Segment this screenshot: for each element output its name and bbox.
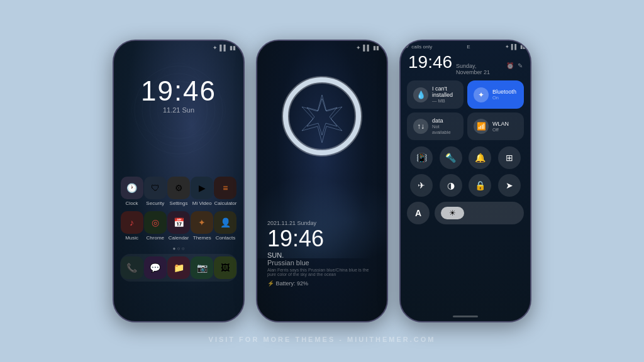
phone2-description: Alan Ferris says this Prussian blue/Chin…	[267, 268, 377, 277]
dnd-btn[interactable]: 🔔	[469, 146, 491, 169]
flashlight-btn[interactable]: 🔦	[440, 146, 462, 169]
app-camera-dock[interactable]: 📷	[191, 256, 214, 279]
app-themes-icon: ✦	[191, 211, 213, 234]
app-contacts[interactable]: 👤 Contacts	[214, 211, 237, 241]
app-music[interactable]: ♪ Music	[120, 211, 143, 241]
ctrl-tile-bluetooth-sub: On	[492, 95, 518, 101]
app-clock-label: Clock	[126, 200, 138, 206]
app-clock-icon: 🕐	[121, 177, 143, 199]
autobrightness-btn[interactable]: ◑	[440, 174, 462, 197]
vibrate-btn[interactable]: 📳	[410, 146, 433, 169]
app-calendar-label: Calendar	[169, 235, 189, 241]
ctrl-tile-wlan-text: WLAN Off	[492, 121, 518, 133]
brightness-icon: ☀	[449, 209, 456, 217]
ctrl-tile-bluetooth-title: Bluetooth	[492, 89, 518, 95]
app-mivideo[interactable]: ▶ Mi Video	[191, 177, 214, 206]
battery-icon-3: ▮▮	[520, 44, 525, 50]
ctrl-tile-bluetooth[interactable]: ✦ Bluetooth On	[467, 80, 524, 109]
phone1-date: 11.21 Sun	[114, 106, 243, 114]
e-label: E	[467, 44, 470, 50]
alarm-icon: ⏰	[506, 62, 514, 69]
mobiledata-icon: ↑↓	[413, 119, 428, 134]
app-contacts-icon: 👤	[214, 211, 236, 234]
app-settings-icon: ⚙	[167, 177, 190, 199]
home-indicator[interactable]	[453, 315, 478, 317]
phone3-status-bar: ✓ calls only E ✦ ▌▌ ▮▮	[401, 41, 530, 50]
app-row-dock: 📞 💬 📁 📷 🖼	[120, 254, 237, 282]
lock-btn[interactable]: 🔒	[469, 174, 491, 197]
phone2-info: 2021.11.21 Sunday 19:46 SUN. Prussian bl…	[267, 220, 377, 287]
location-btn[interactable]: ➤	[498, 174, 521, 197]
app-calendar[interactable]: 📅 Calendar	[167, 211, 190, 241]
app-messages-icon: 💬	[144, 256, 167, 279]
phone3-date: Sunday, November 21	[456, 63, 501, 75]
brightness-indicator: ☀	[441, 207, 464, 219]
ctrl-tile-data[interactable]: 💧 I can't installed — MB	[407, 80, 464, 109]
bluetooth-icon-2: ✦	[356, 45, 361, 51]
bluetooth-ctrl-icon: ✦	[474, 87, 489, 102]
phone-3: ✓ calls only E ✦ ▌▌ ▮▮ 19:46 Sunday, Nov…	[399, 40, 531, 322]
phone1-status-icons: ✦ ▌▌ ▮▮	[213, 45, 236, 51]
brightness-slider[interactable]: ☀	[435, 202, 524, 224]
data-icon: 💧	[413, 87, 428, 102]
app-files-icon: 📁	[167, 256, 190, 279]
app-mivideo-icon: ▶	[191, 177, 213, 199]
phone2-time: 19:46	[267, 228, 377, 250]
app-calculator-label: Calculator	[214, 200, 236, 206]
bluetooth-icon: ✦	[213, 45, 218, 51]
app-clock[interactable]: 🕐 Clock	[120, 177, 143, 206]
ctrl-tile-mobiledata-text: data Not available	[432, 118, 457, 135]
ctrl-bottom-row: A ☀	[401, 199, 530, 227]
app-settings[interactable]: ⚙ Settings	[167, 177, 190, 206]
ctrl-tile-bluetooth-text: Bluetooth On	[492, 89, 518, 101]
ctrl-btn-row-2: ✈ ◑ 🔒 ➤	[401, 172, 530, 199]
app-calculator[interactable]: ≡ Calculator	[214, 177, 237, 206]
ctrl-tile-wlan[interactable]: 📶 WLAN Off	[467, 112, 524, 140]
ctrl-tile-data-text: I can't installed — MB	[432, 85, 457, 104]
app-chrome-label: Chrome	[147, 235, 164, 241]
bluetooth-icon-3: ✦	[505, 44, 509, 50]
phone2-status-bar: ✦ ▌▌ ▮▮	[257, 41, 387, 52]
phone2-status-icons: ✦ ▌▌ ▮▮	[356, 45, 379, 51]
app-gallery-icon: 🖼	[214, 256, 236, 279]
app-security-label: Security	[146, 200, 164, 206]
phone1-apps: 🕐 Clock 🛡 Security ⚙ Settings ▶ Mi Video…	[114, 177, 243, 287]
star-decoration	[295, 90, 349, 144]
phone-2: ✦ ▌▌ ▮▮ 2021.11.21 Sunday 19:46 SUN. Pru…	[256, 40, 388, 322]
signal-icon-2: ▌▌	[363, 45, 371, 51]
ctrl-tile-mobiledata[interactable]: ↑↓ data Not available	[407, 112, 464, 140]
signal-icon-3: ▌▌	[511, 44, 518, 50]
app-music-icon: ♪	[121, 211, 143, 234]
ctrl-tile-mobiledata-title: data	[432, 118, 457, 124]
app-settings-label: Settings	[170, 200, 188, 206]
accessibility-btn[interactable]: A	[407, 202, 430, 224]
app-phone-dock[interactable]: 📞	[120, 256, 143, 279]
app-contacts-label: Contacts	[216, 235, 236, 241]
edit-icon[interactable]: ✎	[518, 62, 523, 69]
app-gallery-dock[interactable]: 🖼	[214, 256, 237, 279]
app-security[interactable]: 🛡 Security	[143, 177, 167, 206]
app-chrome[interactable]: ◎ Chrome	[143, 211, 167, 241]
calls-only-label: ✓ calls only	[406, 44, 432, 50]
app-files-dock[interactable]: 📁	[167, 256, 190, 279]
app-themes-label: Themes	[193, 235, 211, 241]
app-chrome-icon: ◎	[144, 211, 167, 234]
screencast-btn[interactable]: ⊞	[498, 146, 521, 169]
app-themes[interactable]: ✦ Themes	[191, 211, 214, 241]
airplane-btn[interactable]: ✈	[410, 174, 433, 197]
ctrl-tile-data-title: I can't installed	[432, 85, 457, 98]
phone2-screen: ✦ ▌▌ ▮▮ 2021.11.21 Sunday 19:46 SUN. Pru…	[257, 41, 387, 321]
phone2-battery: ⚡ Battery: 92%	[267, 280, 377, 287]
ctrl-tile-mobiledata-sub: Not available	[432, 124, 457, 135]
phone3-screen: ✓ calls only E ✦ ▌▌ ▮▮ 19:46 Sunday, Nov…	[401, 41, 530, 321]
phone1-screen: ✦ ▌▌ ▮▮ 19:46 11.21 Sun 🕐 Clock	[114, 41, 243, 321]
app-phone-icon: 📞	[121, 256, 143, 279]
control-tiles-grid: 💧 I can't installed — MB ✦ Bluetooth On …	[401, 77, 530, 144]
phone1-status-bar: ✦ ▌▌ ▮▮	[114, 41, 243, 52]
app-security-icon: 🛡	[144, 177, 167, 199]
app-calculator-icon: ≡	[214, 177, 236, 199]
app-calendar-icon: 📅	[167, 211, 190, 234]
watermark: VISIT FOR MORE THEMES - MIUITHEMER.COM	[209, 336, 436, 343]
app-messages-dock[interactable]: 💬	[143, 256, 167, 279]
signal-icon: ▌▌	[219, 45, 228, 51]
